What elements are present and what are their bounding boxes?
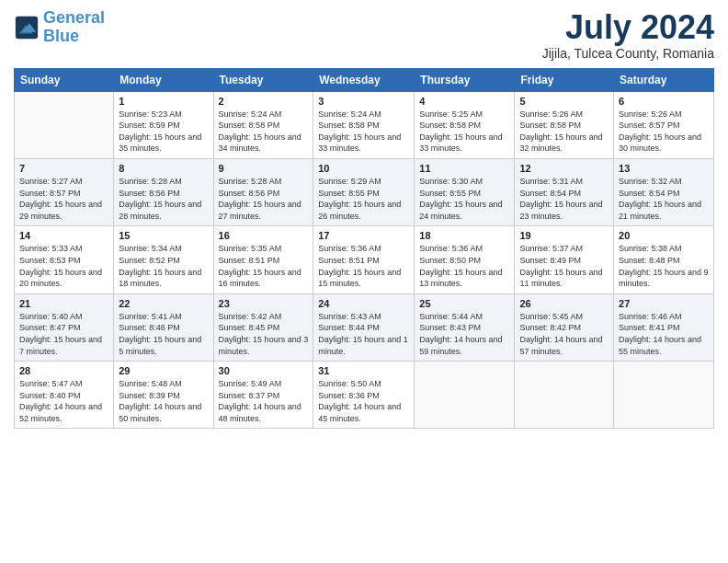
col-header-thursday: Thursday <box>415 68 515 91</box>
day-info: Sunrise: 5:33 AMSunset: 8:53 PMDaylight:… <box>19 243 108 289</box>
day-cell: 6Sunrise: 5:26 AMSunset: 8:57 PMDaylight… <box>614 91 714 158</box>
day-number: 19 <box>519 230 609 241</box>
day-info: Sunrise: 5:38 AMSunset: 8:48 PMDaylight:… <box>619 243 709 289</box>
day-number: 31 <box>318 365 409 376</box>
day-number: 3 <box>318 96 409 107</box>
day-info: Sunrise: 5:45 AMSunset: 8:42 PMDaylight:… <box>519 311 609 357</box>
day-number: 18 <box>419 230 509 241</box>
day-number: 14 <box>19 230 108 241</box>
logo: General Blue <box>14 9 105 46</box>
calendar-subtitle: Jijila, Tulcea County, Romania <box>542 46 714 61</box>
day-cell: 7Sunrise: 5:27 AMSunset: 8:57 PMDaylight… <box>15 158 114 225</box>
day-cell: 24Sunrise: 5:43 AMSunset: 8:44 PMDayligh… <box>313 293 415 361</box>
day-info: Sunrise: 5:24 AMSunset: 8:58 PMDaylight:… <box>318 109 409 155</box>
day-cell: 15Sunrise: 5:34 AMSunset: 8:52 PMDayligh… <box>114 226 213 293</box>
day-cell: 26Sunrise: 5:45 AMSunset: 8:42 PMDayligh… <box>515 293 614 361</box>
day-number: 2 <box>219 96 309 107</box>
day-cell: 13Sunrise: 5:32 AMSunset: 8:54 PMDayligh… <box>614 158 714 225</box>
day-cell: 19Sunrise: 5:37 AMSunset: 8:49 PMDayligh… <box>515 226 614 293</box>
day-info: Sunrise: 5:50 AMSunset: 8:36 PMDaylight:… <box>318 378 409 424</box>
day-cell: 11Sunrise: 5:30 AMSunset: 8:55 PMDayligh… <box>415 158 515 225</box>
day-cell: 8Sunrise: 5:28 AMSunset: 8:56 PMDaylight… <box>114 158 213 225</box>
day-cell: 2Sunrise: 5:24 AMSunset: 8:58 PMDaylight… <box>213 91 313 158</box>
day-number: 30 <box>219 365 309 376</box>
day-number: 25 <box>419 298 509 309</box>
col-header-saturday: Saturday <box>614 68 714 91</box>
day-info: Sunrise: 5:40 AMSunset: 8:47 PMDaylight:… <box>19 311 108 357</box>
day-info: Sunrise: 5:34 AMSunset: 8:52 PMDaylight:… <box>119 243 208 289</box>
day-cell: 28Sunrise: 5:47 AMSunset: 8:40 PMDayligh… <box>15 362 114 429</box>
day-cell <box>515 362 614 429</box>
day-number: 10 <box>318 163 409 174</box>
day-number: 7 <box>19 163 108 174</box>
day-cell: 27Sunrise: 5:46 AMSunset: 8:41 PMDayligh… <box>614 293 714 361</box>
day-cell: 4Sunrise: 5:25 AMSunset: 8:58 PMDaylight… <box>415 91 515 158</box>
day-number: 28 <box>19 365 108 376</box>
day-number: 22 <box>119 298 208 309</box>
day-info: Sunrise: 5:48 AMSunset: 8:39 PMDaylight:… <box>119 378 208 424</box>
week-row-2: 7Sunrise: 5:27 AMSunset: 8:57 PMDaylight… <box>15 158 714 225</box>
day-cell: 30Sunrise: 5:49 AMSunset: 8:37 PMDayligh… <box>213 362 313 429</box>
day-cell: 3Sunrise: 5:24 AMSunset: 8:58 PMDaylight… <box>313 91 415 158</box>
day-cell: 21Sunrise: 5:40 AMSunset: 8:47 PMDayligh… <box>15 293 114 361</box>
day-info: Sunrise: 5:28 AMSunset: 8:56 PMDaylight:… <box>219 176 309 222</box>
day-number: 11 <box>419 163 509 174</box>
day-info: Sunrise: 5:43 AMSunset: 8:44 PMDaylight:… <box>318 311 409 357</box>
day-info: Sunrise: 5:28 AMSunset: 8:56 PMDaylight:… <box>119 176 208 222</box>
day-number: 15 <box>119 230 208 241</box>
day-info: Sunrise: 5:23 AMSunset: 8:59 PMDaylight:… <box>119 109 208 155</box>
day-cell: 31Sunrise: 5:50 AMSunset: 8:36 PMDayligh… <box>313 362 415 429</box>
day-cell: 17Sunrise: 5:36 AMSunset: 8:51 PMDayligh… <box>313 226 415 293</box>
day-number: 21 <box>19 298 108 309</box>
day-info: Sunrise: 5:36 AMSunset: 8:51 PMDaylight:… <box>318 243 409 289</box>
day-cell: 22Sunrise: 5:41 AMSunset: 8:46 PMDayligh… <box>114 293 213 361</box>
day-info: Sunrise: 5:35 AMSunset: 8:51 PMDaylight:… <box>219 243 309 289</box>
day-number: 6 <box>619 96 709 107</box>
week-row-5: 28Sunrise: 5:47 AMSunset: 8:40 PMDayligh… <box>15 362 714 429</box>
day-info: Sunrise: 5:37 AMSunset: 8:49 PMDaylight:… <box>519 243 609 289</box>
day-number: 12 <box>519 163 609 174</box>
day-info: Sunrise: 5:25 AMSunset: 8:58 PMDaylight:… <box>419 109 509 155</box>
col-header-friday: Friday <box>515 68 614 91</box>
day-number: 8 <box>119 163 208 174</box>
day-info: Sunrise: 5:41 AMSunset: 8:46 PMDaylight:… <box>119 311 208 357</box>
day-info: Sunrise: 5:44 AMSunset: 8:43 PMDaylight:… <box>419 311 509 357</box>
day-info: Sunrise: 5:24 AMSunset: 8:58 PMDaylight:… <box>219 109 309 155</box>
day-cell: 18Sunrise: 5:36 AMSunset: 8:50 PMDayligh… <box>415 226 515 293</box>
day-info: Sunrise: 5:47 AMSunset: 8:40 PMDaylight:… <box>19 378 108 424</box>
day-info: Sunrise: 5:26 AMSunset: 8:58 PMDaylight:… <box>519 109 609 155</box>
day-info: Sunrise: 5:29 AMSunset: 8:55 PMDaylight:… <box>318 176 409 222</box>
header: General Blue July 2024 Jijila, Tulcea Co… <box>14 9 714 61</box>
day-number: 23 <box>219 298 309 309</box>
calendar-title: July 2024 <box>542 9 714 46</box>
day-cell: 5Sunrise: 5:26 AMSunset: 8:58 PMDaylight… <box>515 91 614 158</box>
week-row-3: 14Sunrise: 5:33 AMSunset: 8:53 PMDayligh… <box>15 226 714 293</box>
day-cell: 10Sunrise: 5:29 AMSunset: 8:55 PMDayligh… <box>313 158 415 225</box>
day-info: Sunrise: 5:26 AMSunset: 8:57 PMDaylight:… <box>619 109 709 155</box>
day-number: 26 <box>519 298 609 309</box>
day-cell: 29Sunrise: 5:48 AMSunset: 8:39 PMDayligh… <box>114 362 213 429</box>
logo-text: General Blue <box>43 9 105 46</box>
day-cell: 12Sunrise: 5:31 AMSunset: 8:54 PMDayligh… <box>515 158 614 225</box>
day-info: Sunrise: 5:42 AMSunset: 8:45 PMDaylight:… <box>219 311 309 357</box>
day-number: 29 <box>119 365 208 376</box>
day-cell: 20Sunrise: 5:38 AMSunset: 8:48 PMDayligh… <box>614 226 714 293</box>
week-row-4: 21Sunrise: 5:40 AMSunset: 8:47 PMDayligh… <box>15 293 714 361</box>
day-number: 5 <box>519 96 609 107</box>
day-cell: 23Sunrise: 5:42 AMSunset: 8:45 PMDayligh… <box>213 293 313 361</box>
day-info: Sunrise: 5:30 AMSunset: 8:55 PMDaylight:… <box>419 176 509 222</box>
day-cell: 1Sunrise: 5:23 AMSunset: 8:59 PMDaylight… <box>114 91 213 158</box>
day-info: Sunrise: 5:32 AMSunset: 8:54 PMDaylight:… <box>619 176 709 222</box>
day-info: Sunrise: 5:31 AMSunset: 8:54 PMDaylight:… <box>519 176 609 222</box>
day-number: 27 <box>619 298 709 309</box>
day-number: 4 <box>419 96 509 107</box>
day-number: 17 <box>318 230 409 241</box>
col-header-tuesday: Tuesday <box>213 68 313 91</box>
day-info: Sunrise: 5:46 AMSunset: 8:41 PMDaylight:… <box>619 311 709 357</box>
day-number: 24 <box>318 298 409 309</box>
day-number: 1 <box>119 96 208 107</box>
main-container: General Blue July 2024 Jijila, Tulcea Co… <box>0 0 728 563</box>
day-cell: 25Sunrise: 5:44 AMSunset: 8:43 PMDayligh… <box>415 293 515 361</box>
day-info: Sunrise: 5:36 AMSunset: 8:50 PMDaylight:… <box>419 243 509 289</box>
day-number: 13 <box>619 163 709 174</box>
